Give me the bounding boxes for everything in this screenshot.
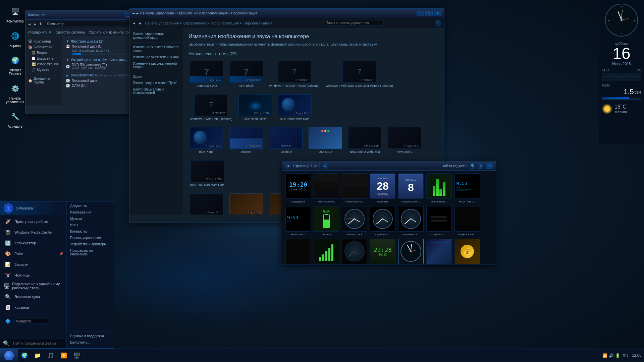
theme-win7-no-user[interactable]: 7 X PROJECT Windows 7 No User Picture (T… bbox=[268, 60, 321, 89]
start-app-getting-started[interactable]: 🚀 Приступая к работе bbox=[0, 216, 66, 227]
theme-newlook-dark-date[interactable]: X Project 2010 New Look Dark With Date bbox=[189, 159, 226, 189]
theme-blueish[interactable]: X Project 2010 Blueish bbox=[228, 126, 264, 156]
keyboard-lang[interactable]: RU bbox=[623, 354, 628, 358]
page-next-button[interactable]: ► bbox=[322, 163, 328, 169]
properties-button[interactable]: Свойства системы bbox=[56, 31, 85, 34]
right-run[interactable]: Выполнить... bbox=[67, 339, 114, 346]
cp-close[interactable]: ✕ bbox=[434, 11, 441, 16]
taskbar-ie[interactable]: 🌍 bbox=[18, 349, 31, 362]
cp-bc-2[interactable]: Оформление и персонализация bbox=[183, 21, 239, 25]
theme-macosx[interactable]: Mac OS X bbox=[307, 126, 343, 156]
cp-breadcrumb-3[interactable]: Персонализация bbox=[231, 11, 257, 15]
theme-aero-black-wd[interactable]: 7 X Project 2010 Aero Black WD bbox=[189, 60, 225, 89]
gadget-only-black-h[interactable]: Only Black H... bbox=[398, 206, 424, 236]
gadget-afterimage2[interactable]: Afterimage Re... bbox=[342, 173, 367, 203]
theme-blue-planet-date[interactable]: X Project 2010 Blue Planet With Date bbox=[277, 93, 313, 123]
gadget-hudtime[interactable]: 9:53 AM 6 NOVEMBER HUD Time 3.1 bbox=[454, 173, 480, 203]
right-music[interactable]: Музыка bbox=[67, 216, 114, 222]
desktop-icon-computer[interactable]: 🖥️ Компьютер bbox=[3, 3, 27, 24]
start-app-paint[interactable]: 🎨 Paint 📌 bbox=[0, 248, 66, 259]
start-app-calc[interactable]: 🔢 Калькулятор bbox=[0, 238, 66, 248]
start-app-vulkan[interactable]: 🔷 bbox=[0, 316, 66, 326]
start-app-wmc[interactable]: 🎬 Windows Media Center bbox=[0, 227, 66, 238]
gadget-onlyblack-we[interactable]: onlyBlack:We... bbox=[454, 206, 480, 236]
sidebar-video[interactable]: 🎬 Видео bbox=[25, 50, 62, 56]
gadgets-search-icon[interactable]: 🔍 bbox=[470, 163, 475, 169]
gadgets-close[interactable]: ✕ bbox=[486, 163, 493, 169]
right-control-panel[interactable]: Панель управления bbox=[67, 235, 114, 241]
start-app-scissors[interactable]: ✂️ Ножницы bbox=[0, 270, 66, 281]
tray-volume-icon[interactable]: 🔊 bbox=[609, 353, 614, 358]
theme-newlook2[interactable]: X Project 2010 New Look 2 bbox=[386, 126, 423, 156]
gadget-custom-cal[interactable]: july 2018 8 Custom Calen... bbox=[398, 173, 424, 203]
gadget-iphone-large[interactable]: iPhone Clock bbox=[398, 239, 424, 265]
nav-fwd2[interactable]: ► bbox=[139, 21, 142, 25]
sidebar-computer[interactable]: 🖥️ Компьютер bbox=[25, 39, 62, 44]
cp-left-access[interactable]: Центр специальных возможностей bbox=[129, 86, 183, 96]
sidebar-documents[interactable]: 📄 Документы bbox=[25, 56, 62, 61]
theme-newlook2-date[interactable]: X Project 2010 New Look 2 With Data bbox=[347, 126, 383, 156]
start-search-input[interactable] bbox=[11, 341, 64, 346]
gadget-iphone-clock[interactable]: iPhone Clock bbox=[342, 206, 367, 236]
nav-back2[interactable]: ◄ bbox=[132, 21, 136, 25]
gadget-only-black-c[interactable]: Only Black C... bbox=[370, 206, 395, 236]
right-computer[interactable]: Компьютер bbox=[67, 228, 114, 235]
theme-aero-black[interactable]: 7 X Project 2010 Aero Black bbox=[228, 60, 264, 89]
tray-battery-icon[interactable]: 🔋 bbox=[615, 353, 620, 358]
right-defaults[interactable]: Программы по умолчанию bbox=[67, 247, 114, 257]
cp-left-account[interactable]: Изменение рисунка учётной записи bbox=[129, 60, 183, 70]
tray-network-icon[interactable]: 📶 bbox=[602, 353, 607, 358]
start-app-remote[interactable]: 🖥️ Подключение к удалённому рабочему сто… bbox=[0, 281, 66, 291]
gadget-phantom[interactable]: Phantom clock bbox=[342, 239, 367, 265]
cp-left-icons[interactable]: Изменение значков Рабочего стола bbox=[129, 44, 183, 54]
theme-win7-date-no-user[interactable]: 7 X PROJECT Windows 7 With Date & No Use… bbox=[324, 60, 394, 89]
taskbar-pc[interactable]: 🖥️ bbox=[70, 349, 84, 362]
cp-left-screen[interactable]: Экран bbox=[129, 73, 183, 80]
right-devices[interactable]: Устройства и принтеры bbox=[67, 241, 114, 247]
right-documents[interactable]: Документы bbox=[67, 203, 114, 209]
taskbar-wmp[interactable]: ▶️ bbox=[57, 349, 70, 362]
theme-faceblue[interactable]: faceblue Faceblue bbox=[268, 126, 304, 156]
gadget-calendar28[interactable]: june 2013 28 Saturday Calendar bbox=[370, 173, 395, 203]
cp-nav-down[interactable]: ⬇ bbox=[140, 11, 142, 15]
cp-left-mouse[interactable]: Изменение указателей мыши bbox=[129, 54, 183, 60]
desktop-icon-network[interactable]: 🌐 Корина bbox=[3, 28, 27, 49]
vulkan-input[interactable] bbox=[14, 319, 48, 324]
organize-button[interactable]: Упорядочить ▼ bbox=[28, 31, 52, 34]
nav-forward[interactable]: ► bbox=[33, 22, 37, 26]
cp-minimize[interactable]: _ bbox=[417, 11, 424, 16]
theme-blue-planet[interactable]: X Project 2010 Blue Planet bbox=[189, 126, 225, 156]
desktop-icon-control[interactable]: ⚙️ Панель управления bbox=[3, 80, 27, 105]
gadget-finalfan[interactable]: Final Fantas... bbox=[426, 173, 452, 203]
cp-breadcrumb-2[interactable]: Оформление и персонализация bbox=[177, 11, 228, 15]
taskbar-clock[interactable]: 12:05 bbox=[632, 353, 641, 358]
cp-left-taskbar[interactable]: Панель задач и меню "Пуск" bbox=[129, 80, 183, 86]
right-help[interactable]: Справка и поддержка bbox=[67, 333, 114, 339]
cp-maximize[interactable]: □ bbox=[425, 11, 433, 16]
start-app-solitaire[interactable]: 🃏 Косынка bbox=[0, 302, 66, 313]
taskbar-media[interactable]: 🎵 bbox=[44, 349, 57, 362]
cp-breadcrumb-1[interactable]: Панель управления bbox=[143, 11, 174, 15]
desktop-icon-activators[interactable]: 🔧 Activators bbox=[3, 109, 27, 130]
gadget-onlyblackwifi[interactable]: OnlyBlackWifi... bbox=[314, 239, 339, 265]
cp-left-home[interactable]: Панель управлениядомашней стр... bbox=[129, 31, 183, 41]
page-prev-button[interactable]: ◄ bbox=[285, 163, 291, 169]
help-button[interactable]: ? bbox=[435, 20, 441, 26]
start-button[interactable] bbox=[0, 349, 18, 362]
gadget-hudtime2[interactable]: 9:53 AM HUDTime # bbox=[285, 206, 311, 236]
nav-back[interactable]: ◄ bbox=[28, 22, 31, 26]
taskbar-explorer[interactable]: 📁 bbox=[31, 349, 44, 362]
desktop-icon-ie[interactable]: 🌍 Internet Explorer bbox=[3, 52, 27, 77]
sidebar-music[interactable]: 🎵 Музыка bbox=[25, 67, 62, 73]
cp-nav-forward[interactable]: ➡ bbox=[136, 11, 139, 15]
cp-bc-3[interactable]: Персонализация bbox=[244, 21, 272, 25]
gadget-pricedown[interactable]: 22:28 10:28 Pricedown Cl... bbox=[370, 239, 395, 265]
right-games[interactable]: Игры bbox=[67, 222, 114, 228]
cp-search-input[interactable] bbox=[323, 20, 384, 26]
gadget-onlyblack2[interactable]: OnlyBlack: 2... bbox=[426, 206, 452, 236]
nav-up[interactable]: ⬆ bbox=[39, 22, 42, 26]
theme-rocks-transparent[interactable]: X Project 2010 Rocks Transparent bbox=[228, 192, 264, 215]
gadget-banuta[interactable]: 💰 Банута bbox=[454, 239, 480, 265]
sidebar-images[interactable]: 🖼️ Изображения bbox=[25, 61, 62, 67]
start-app-magnifier[interactable]: 🔍 Экранная лупа bbox=[0, 291, 66, 302]
